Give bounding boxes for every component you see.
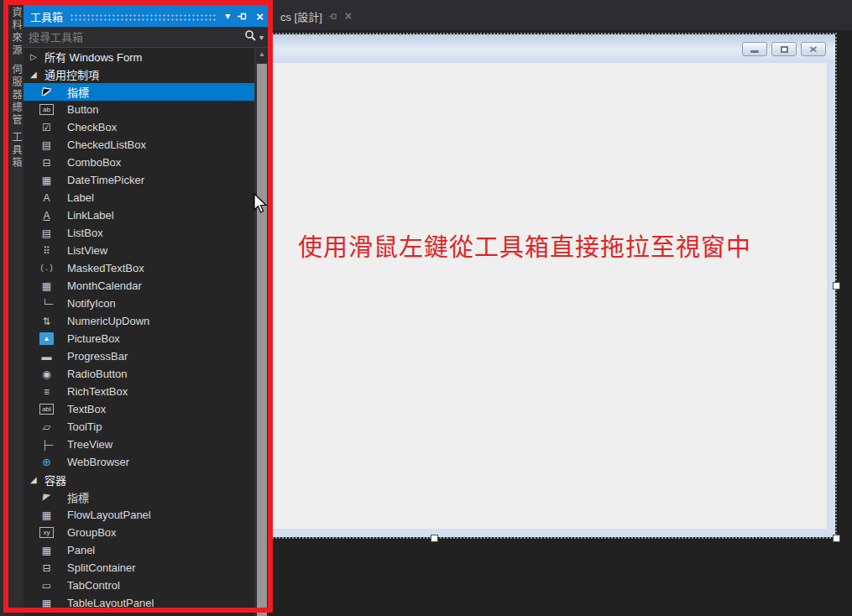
- web-browser-icon: ⊕: [39, 456, 54, 468]
- toolbox-item[interactable]: ▬ ProgressBar: [24, 347, 254, 365]
- masked-text-box-icon: (.): [39, 262, 54, 274]
- panel-icon: ▦: [39, 544, 54, 556]
- toolbox-item[interactable]: A Label: [24, 189, 254, 206]
- close-icon: ×: [809, 44, 817, 55]
- toolbox-item[interactable]: ▭ TabControl: [24, 577, 254, 594]
- toolbox-item-label: Panel: [67, 544, 95, 556]
- toolbox-item[interactable]: └─ NotifyIcon: [24, 295, 254, 312]
- close-button[interactable]: ×: [801, 42, 826, 56]
- toolbox-title-bar[interactable]: 工具箱 ▾ ×: [24, 5, 269, 27]
- toolbox-item[interactable]: ☑ CheckBox: [24, 118, 254, 136]
- toolbox-item[interactable]: ◤ 指標: [24, 83, 254, 101]
- toolbox-item[interactable]: ⠿ ListView: [24, 242, 254, 259]
- window-position-dropdown-icon[interactable]: ▾: [225, 10, 230, 22]
- toolbox-item[interactable]: ▱ ToolTip: [24, 418, 254, 436]
- toolbox-item-label: MonthCalendar: [67, 279, 142, 292]
- tool-tip-icon: ▱: [39, 420, 54, 433]
- toolbox-item-label: TabControl: [67, 579, 120, 592]
- split-container-icon: ⊟: [39, 561, 54, 574]
- minimize-button[interactable]: [742, 42, 767, 56]
- flow-layout-panel-icon: ▦: [39, 509, 54, 521]
- group-label: 通用控制項: [44, 66, 99, 82]
- toolbox-item[interactable]: ⊟ ComboBox: [24, 154, 254, 171]
- toolbox-item[interactable]: ▦ MonthCalendar: [24, 277, 254, 295]
- scrollbar-thumb[interactable]: [257, 64, 267, 616]
- toolbox-item[interactable]: ≡ RichTextBox: [24, 383, 254, 400]
- text-box-icon: abl: [39, 404, 54, 415]
- link-label-icon: A: [39, 209, 54, 222]
- group-label: 容器: [44, 472, 66, 488]
- pointer-icon: ◤: [39, 490, 55, 504]
- sidebar-tab-toolbox[interactable]: 工具箱: [0, 130, 24, 170]
- checkbox-icon: ☑: [39, 121, 54, 133]
- toolbox-item[interactable]: ▦ Panel: [24, 541, 254, 559]
- toolbox-scrollbar[interactable]: ▲: [254, 48, 269, 616]
- search-icon[interactable]: [244, 29, 256, 44]
- toolbox-list: ▷ 所有 Windows Form ◢ 通用控制項 ◤ 指標 ab Button…: [24, 48, 254, 616]
- toolbox-item[interactable]: ▦ FlowLayoutPanel: [24, 506, 254, 524]
- toolbox-item[interactable]: abl TextBox: [24, 400, 254, 418]
- toolbox-body: ▷ 所有 Windows Form ◢ 通用控制項 ◤ 指標 ab Button…: [24, 48, 269, 616]
- resize-handle-right[interactable]: [833, 282, 840, 290]
- toolbox-item[interactable]: ◉ RadioButton: [24, 365, 254, 383]
- toolbox-group-header[interactable]: ▷ 所有 Windows Form: [24, 48, 254, 65]
- toolbox-item[interactable]: ⊕ WebBrowser: [24, 453, 254, 471]
- toolbox-item[interactable]: ▤ ListBox: [24, 224, 254, 242]
- toolbox-item[interactable]: ▤ CheckedListBox: [24, 136, 254, 154]
- maximize-button[interactable]: [771, 42, 797, 56]
- pin-icon[interactable]: [329, 12, 338, 21]
- search-options-caret-icon[interactable]: ▾: [259, 33, 264, 42]
- checked-list-box-icon: ▤: [39, 138, 54, 151]
- resize-handle-bottom[interactable]: [431, 535, 438, 542]
- toolbox-item-label: ProgressBar: [67, 350, 128, 363]
- toolbox-item-label: ComboBox: [67, 156, 121, 169]
- toolbox-item[interactable]: A LinkLabel: [24, 206, 254, 224]
- combo-box-icon: ⊟: [39, 156, 54, 169]
- toolbox-item-label: WebBrowser: [67, 456, 129, 468]
- toolbox-item[interactable]: ab Button: [24, 101, 254, 118]
- toolbox-group-header[interactable]: ◢ 容器: [24, 471, 254, 488]
- toolbox-group-header[interactable]: ▷ 功能表及工具列: [24, 612, 254, 616]
- toolbox-item[interactable]: xy GroupBox: [24, 524, 254, 541]
- toolbox-item[interactable]: ⇅ NumericUpDown: [24, 312, 254, 330]
- toolbox-item[interactable]: ▦ TableLayoutPanel: [24, 594, 254, 612]
- toolbox-item[interactable]: ▦ DateTimePicker: [24, 171, 254, 189]
- toolbox-item-label: 指標: [67, 489, 89, 505]
- toolbox-item[interactable]: ⊟ SplitContainer: [24, 559, 254, 577]
- button-icon: ab: [39, 104, 54, 115]
- minimize-icon: [750, 50, 759, 53]
- resize-handle-bottom-right[interactable]: [833, 535, 840, 542]
- toolbox-item[interactable]: (.) MaskedTextBox: [24, 259, 254, 277]
- toolbox-panel: 工具箱 ▾ × ▾ ▷ 所有 Windows Form ◢ 通用控制項 ◤ 指標…: [24, 5, 269, 616]
- drag-grip[interactable]: [70, 13, 217, 22]
- date-time-picker-icon: ▦: [39, 174, 54, 186]
- sidebar-tab-server-explorer[interactable]: 伺服器總管: [0, 62, 24, 127]
- expander-icon: ▷: [30, 52, 40, 61]
- toolbox-item-label: PictureBox: [67, 332, 120, 345]
- toolbox-item-label: NotifyIcon: [67, 297, 116, 310]
- toolbox-item-label: ListBox: [67, 227, 103, 239]
- close-icon[interactable]: ×: [345, 10, 352, 22]
- toolbox-item-label: FlowLayoutPanel: [67, 509, 151, 521]
- search-input[interactable]: [29, 31, 244, 44]
- toolbox-group-header[interactable]: ◢ 通用控制項: [24, 65, 254, 83]
- toolbox-item[interactable]: ▲ PictureBox: [24, 330, 254, 347]
- toolbox-item-label: ToolTip: [67, 420, 102, 433]
- group-label: 所有 Windows Form: [44, 49, 142, 65]
- group-label: 功能表及工具列: [44, 613, 121, 616]
- toolbox-title: 工具箱: [30, 8, 63, 24]
- close-icon[interactable]: ×: [256, 9, 264, 23]
- side-tool-strip: 資料來源 伺服器總管 工具箱: [0, 0, 24, 616]
- toolbox-item-label: TextBox: [67, 403, 106, 415]
- group-box-icon: xy: [39, 527, 54, 538]
- expander-icon: ◢: [30, 70, 40, 79]
- sidebar-tab-data-sources[interactable]: 資料來源: [0, 5, 24, 57]
- toolbox-item[interactable]: ◤ 指標: [24, 488, 254, 506]
- toolbox-item[interactable]: ├─ TreeView: [24, 436, 254, 453]
- auto-hide-pin-icon[interactable]: [238, 12, 248, 21]
- toolbox-item-label: Button: [67, 103, 99, 116]
- document-tab-design[interactable]: cs [設計] ×: [274, 5, 358, 27]
- toolbox-item-label: TreeView: [67, 438, 112, 451]
- expander-icon: ◢: [30, 475, 40, 484]
- scroll-up-arrow-icon[interactable]: ▲: [255, 48, 269, 60]
